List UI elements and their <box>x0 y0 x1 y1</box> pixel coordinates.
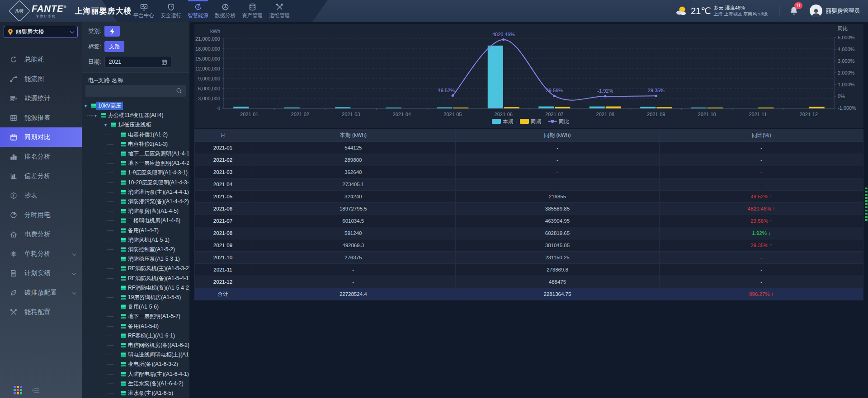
tree-node[interactable]: 消防控制室(A1-5-2) <box>82 245 189 254</box>
tree-node-label[interactable]: 10kV高压 <box>96 102 123 110</box>
tree-node-label[interactable]: 消防泵房(备)(A1-4-5) <box>128 207 179 215</box>
sidebar-item-period-compare[interactable]: 同期对比 <box>0 127 82 147</box>
date-picker[interactable]: 2021 <box>104 56 171 68</box>
tree-node-label[interactable]: 二楼弱电机房(A1-4-6) <box>128 217 180 225</box>
topnav-platform-center[interactable]: 平台中心 <box>130 0 157 22</box>
tree-node[interactable]: 地下一层照明(A1-5-7) <box>82 312 189 321</box>
tree-node[interactable]: 地下一层应急照明(A1-4-2) <box>82 159 189 168</box>
tree-node-label[interactable]: 潜水泵(主)(A1-6-5) <box>128 389 173 397</box>
tree-node-label[interactable]: 备用(A1-4-7) <box>128 227 159 234</box>
sidebar-item-ranking[interactable]: 排名分析 <box>0 147 82 166</box>
avatar[interactable] <box>810 5 822 17</box>
tree-node[interactable]: 电容补偿1(A1-2) <box>82 130 189 140</box>
tree-node[interactable]: 电信网络机房(备)(A1-6-2) <box>82 341 189 350</box>
tree-node-label[interactable]: 电容补偿2(A1-3) <box>128 140 168 148</box>
user-name[interactable]: 丽婴房管理员 <box>826 7 860 15</box>
table-row[interactable]: 2021-11 - 273869.8 - <box>195 264 863 276</box>
tree-node-label[interactable]: 消防风机(A1-5-1) <box>128 236 170 244</box>
sidebar-item-cost-analysis[interactable]: 电费分析 <box>0 225 82 244</box>
tree-node[interactable]: ▾ 10kV高压 <box>82 101 189 111</box>
sidebar-item-energy-config[interactable]: 能耗配置 <box>0 302 82 322</box>
tree-node[interactable]: 19层咨询机房(A1-5-5) <box>82 293 189 302</box>
sidebar-item-total-energy[interactable]: 总能耗 <box>0 50 82 69</box>
tree-node[interactable]: RF消防风机(主)(A1-5-3-2) <box>82 264 189 273</box>
tree-node[interactable]: 地下二层应急照明(A1-4-1) <box>82 149 189 159</box>
tree-node-label[interactable]: RF消防风机(备)(A1-5-4-1) <box>128 275 189 282</box>
tree-node-label[interactable]: 消防潜污泵(备)(A1-4-4-2) <box>128 198 189 206</box>
table-row[interactable]: 2021-03 362640 - - <box>195 166 863 178</box>
table-row[interactable]: 2021-04 273405.1 - - <box>195 178 863 191</box>
comparison-chart[interactable]: 21,000,00018,000,00015,000,00012,000,000… <box>194 24 863 128</box>
sidebar-item-plan-actual[interactable]: 计划实绩 <box>0 263 82 283</box>
tree-node-label[interactable]: 人防配电箱(主)(A1-6-4-1) <box>128 370 189 378</box>
tree-node[interactable]: 二楼弱电机房(A1-4-6) <box>82 216 189 225</box>
sidebar-item-deviation[interactable]: 偏差分析 <box>0 166 82 186</box>
page-scrollbar[interactable] <box>865 187 868 221</box>
table-row[interactable]: 2021-05 324240 216855 49.52% ↑ <box>195 191 863 203</box>
tree-node-label[interactable]: 10-20层应急照明(A1-4-3-2) <box>128 179 189 187</box>
tree-node[interactable]: 消防潜污泵(备)(A1-4-4-2) <box>82 197 189 206</box>
tree-node[interactable]: 消防泵房(备)(A1-4-5) <box>82 206 189 216</box>
tree-node-label[interactable]: 电信网络机房(备)(A1-6-2) <box>128 342 189 349</box>
tree-node-label[interactable]: RF消防风机(主)(A1-5-3-2) <box>128 265 189 272</box>
tree-node-label[interactable]: 19层咨询机房(A1-5-5) <box>128 294 181 301</box>
sidebar-item-meter-reading[interactable]: 抄表 <box>0 186 82 205</box>
collapse-menu-icon[interactable] <box>32 387 39 393</box>
table-row[interactable]: 2021-08 591240 602819.65 1.92% ↓ <box>195 227 863 239</box>
topnav-asset-management[interactable]: 资产管理 <box>239 0 266 22</box>
table-row[interactable]: 2021-12 - 488475 - <box>195 276 863 288</box>
tree-node-label[interactable]: 消防稳压泵(A1-5-3-1) <box>128 255 180 263</box>
tree-node[interactable]: 备用(A1-5-6) <box>82 302 189 312</box>
tree-node[interactable]: 10-20层应急照明(A1-4-3-2) <box>82 178 189 187</box>
tree-node-label[interactable]: 地下一层应急照明(A1-4-2) <box>128 159 189 167</box>
tree-node-label[interactable]: 备用(A1-5-6) <box>128 303 159 311</box>
bars[interactable] <box>233 46 825 108</box>
tag-branch-button[interactable]: 支路 <box>104 41 124 52</box>
sidebar-item-energy-report[interactable]: 能源报表 <box>0 108 82 127</box>
building-selector-dropdown[interactable]: 丽婴房大楼 <box>4 26 78 38</box>
tree-node[interactable]: 消防风机(A1-5-1) <box>82 235 189 245</box>
table-row[interactable]: 2021-07 601034.5 463904.95 29.56% ↑ <box>195 215 863 227</box>
tree-node[interactable]: 变电所(备)(A1-6-3-2) <box>82 360 189 369</box>
apps-grid-icon[interactable] <box>14 386 22 394</box>
tree-node[interactable]: 备用(A1-4-7) <box>82 226 189 235</box>
tree-node-label[interactable]: 消防潜污泵(主)(A1-4-4-1) <box>128 188 189 196</box>
tree-node-label[interactable]: 变电所(备)(A1-6-3-2) <box>128 361 178 368</box>
tree-node[interactable]: 弱电进线间弱电柜(主)(A1-6 <box>82 350 189 360</box>
tree-node-label[interactable]: 生活水泵(备)(A1-6-4-2) <box>128 380 184 388</box>
tree-node-label[interactable]: 地下二层应急照明(A1-4-1) <box>128 150 189 158</box>
chart-legend[interactable]: 本期同期同比 <box>492 119 570 124</box>
tree-node-label[interactable]: 备用(A1-5-8) <box>128 323 159 330</box>
sidebar-item-tou-power[interactable]: 分时用电 <box>0 205 82 225</box>
tree-node-label[interactable]: 弱电进线间弱电柜(主)(A1-6 <box>128 351 189 359</box>
sidebar-item-energy-stats[interactable]: 能源统计 <box>0 89 82 108</box>
tree-search-input[interactable] <box>85 85 186 97</box>
tree-node-label[interactable]: 地下一层照明(A1-5-7) <box>128 313 180 320</box>
tree-node-label[interactable]: 消防控制室(A1-5-2) <box>128 246 175 253</box>
tree-node[interactable]: 人防配电箱(主)(A1-6-4-1) <box>82 370 189 379</box>
topnav-ops-management[interactable]: 运维管理 <box>266 0 293 22</box>
tree-node[interactable]: RF消防风机(备)(A1-5-4-1) <box>82 274 189 283</box>
tree-node[interactable]: 消防稳压泵(A1-5-3-1) <box>82 254 189 264</box>
sidebar-item-energy-flow[interactable]: 能流图 <box>0 69 82 89</box>
tree-node-label[interactable]: 1#低压进线柜 <box>118 121 151 129</box>
table-row[interactable]: 2021-02 289800 - - <box>195 154 863 166</box>
tree-node[interactable]: 潜水泵(主)(A1-6-5) <box>82 389 189 398</box>
topnav-data-analysis[interactable]: 数据分析 <box>212 0 239 22</box>
tree-node[interactable]: 1-9层应急照明(A1-4-3-1) <box>82 168 189 178</box>
topnav-smart-energy[interactable]: 智慧能源 <box>184 0 212 22</box>
tree-node[interactable]: 电容补偿2(A1-3) <box>82 140 189 149</box>
table-row[interactable]: 2021-06 18972795.5 385589.85 4820.46% ↑ <box>195 203 863 215</box>
sidebar-item-carbon-config[interactable]: 碳排放配置 <box>0 283 82 302</box>
tree-node-label[interactable]: RF客梯(主)(A1-6-1) <box>128 332 175 340</box>
yoy-line[interactable]: 49.52%4820.46%29.56%-1.92%29.35% <box>438 32 665 100</box>
tree-node-label[interactable]: 办公楼11#变压器(AH4) <box>108 112 163 119</box>
tree-node-label[interactable]: 1-9层应急照明(A1-4-3-1) <box>128 169 188 177</box>
table-row[interactable]: 2021-09 492869.3 381045.05 29.35% ↑ <box>195 239 863 252</box>
category-electric-button[interactable] <box>104 26 120 37</box>
tree-node[interactable]: ▾ 1#低压进线柜 <box>82 120 189 130</box>
tree-node-label[interactable]: RF消防电梯(备)(A1-5-4-2) <box>128 284 189 292</box>
tree-node[interactable]: 消防潜污泵(主)(A1-4-4-1) <box>82 187 189 197</box>
tree-node[interactable]: RF客梯(主)(A1-6-1) <box>82 331 189 341</box>
tree-node-label[interactable]: 电容补偿1(A1-2) <box>128 131 168 139</box>
